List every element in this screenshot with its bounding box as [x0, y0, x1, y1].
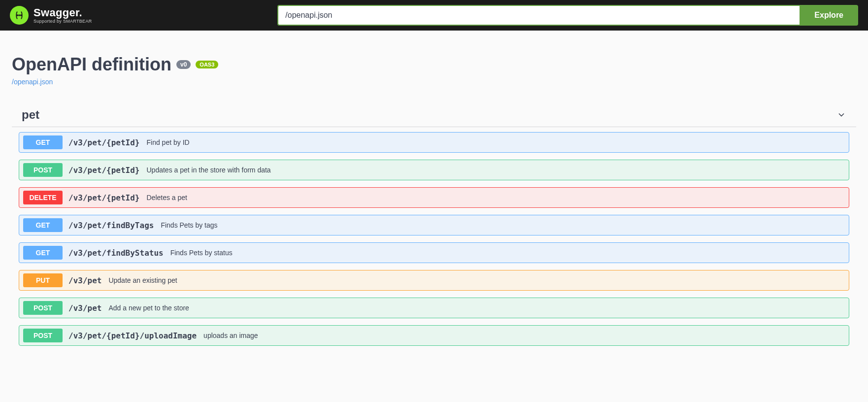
operation-path: /v3/pet/findByStatus — [68, 248, 164, 258]
spec-url-input[interactable] — [277, 5, 800, 26]
operation-row[interactable]: POST/v3/pet/{petId}/uploadImageuploads a… — [19, 325, 849, 346]
method-badge: PUT — [23, 273, 63, 287]
tag-header[interactable]: pet — [12, 103, 856, 127]
method-badge: POST — [23, 301, 63, 315]
operation-path: /v3/pet — [68, 276, 101, 285]
tag-section: pet GET/v3/pet/{petId}Find pet by IDPOST… — [12, 103, 856, 346]
operation-row[interactable]: GET/v3/pet/findByStatusFinds Pets by sta… — [19, 242, 849, 263]
operation-row[interactable]: DELETE/v3/pet/{petId}Deletes a pet — [19, 187, 849, 208]
swagger-logo-icon — [10, 6, 29, 25]
page-title: OpenAPI definition — [12, 54, 171, 75]
method-badge: GET — [23, 135, 63, 149]
operation-path: /v3/pet/{petId} — [68, 193, 140, 202]
oas-badge: OAS3 — [196, 61, 218, 68]
operation-summary: uploads an image — [203, 332, 258, 339]
operation-summary: Find pet by ID — [147, 138, 190, 146]
method-badge: DELETE — [23, 191, 63, 204]
operation-path: /v3/pet/findByTags — [68, 221, 154, 230]
method-badge: GET — [23, 246, 63, 260]
svg-point-0 — [17, 15, 18, 16]
operation-path: /v3/pet — [68, 303, 101, 313]
brand-name: Swagger. — [33, 7, 92, 18]
svg-point-2 — [21, 15, 22, 16]
title-row: OpenAPI definition v0 OAS3 — [12, 54, 856, 75]
brand: Swagger. Supported by SMARTBEAR — [10, 6, 92, 25]
operation-summary: Add a new pet to the store — [108, 304, 189, 312]
operation-row[interactable]: PUT/v3/petUpdate an existing pet — [19, 270, 849, 291]
operation-summary: Updates a pet in the store with form dat… — [147, 166, 271, 174]
operation-summary: Deletes a pet — [147, 194, 188, 201]
operation-row[interactable]: GET/v3/pet/{petId}Find pet by ID — [19, 132, 849, 153]
spec-form: Explore — [277, 5, 858, 26]
explore-button[interactable]: Explore — [800, 5, 858, 26]
method-badge: POST — [23, 329, 63, 342]
method-badge: GET — [23, 218, 63, 232]
svg-point-1 — [19, 15, 20, 16]
operation-path: /v3/pet/{petId} — [68, 166, 140, 175]
operation-summary: Update an existing pet — [108, 276, 177, 284]
operations-list: GET/v3/pet/{petId}Find pet by IDPOST/v3/… — [12, 132, 856, 346]
brand-tagline: Supported by SMARTBEAR — [33, 19, 92, 24]
method-badge: POST — [23, 163, 63, 177]
operation-path: /v3/pet/{petId}/uploadImage — [68, 331, 197, 340]
version-badge: v0 — [176, 60, 191, 69]
operation-summary: Finds Pets by tags — [161, 221, 217, 229]
operation-row[interactable]: GET/v3/pet/findByTagsFinds Pets by tags — [19, 215, 849, 235]
spec-link[interactable]: /openapi.json — [12, 78, 53, 86]
operation-summary: Finds Pets by status — [170, 249, 233, 257]
main: OpenAPI definition v0 OAS3 /openapi.json… — [0, 31, 868, 363]
operation-row[interactable]: POST/v3/petAdd a new pet to the store — [19, 298, 849, 318]
tag-name: pet — [22, 108, 39, 122]
chevron-down-icon — [836, 110, 846, 120]
operation-row[interactable]: POST/v3/pet/{petId}Updates a pet in the … — [19, 160, 849, 180]
topbar: Swagger. Supported by SMARTBEAR Explore — [0, 0, 868, 31]
operation-path: /v3/pet/{petId} — [68, 138, 140, 147]
